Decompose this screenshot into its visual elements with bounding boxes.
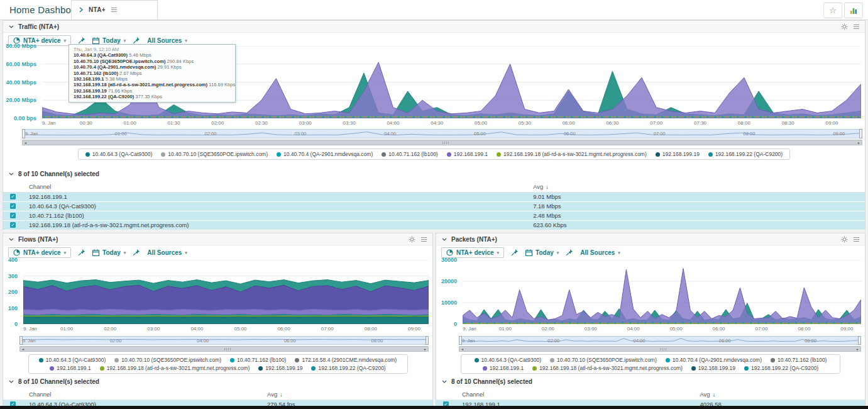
navigator-handle[interactable] — [459, 336, 462, 345]
dashboard-picker-button[interactable] — [844, 3, 863, 18]
pin-icon[interactable] — [133, 36, 140, 44]
window-edge — [0, 406, 868, 409]
panel-menu-icon[interactable] — [421, 237, 427, 242]
collapse-chevron-icon[interactable] — [9, 238, 14, 241]
date-filter[interactable]: Today▾ — [92, 37, 126, 44]
traffic-scrollbar[interactable]: ◄► — [22, 140, 862, 145]
legend-item[interactable]: 10.40.64.3 (QA-Cat9300) — [475, 357, 541, 363]
gear-icon[interactable] — [841, 236, 848, 243]
legend-label: 192.168.199.1 — [454, 151, 488, 157]
tab-menu-icon[interactable] — [111, 8, 117, 12]
date-filter[interactable]: Today▾ — [92, 249, 126, 256]
packets-panel-header[interactable]: Packets (NTA+) — [436, 233, 865, 245]
packets-chart[interactable] — [463, 260, 861, 324]
legend-item[interactable]: 10.40.71.162 (lb100) — [771, 357, 827, 363]
row-checkbox[interactable]: ✓ — [10, 194, 16, 199]
sources-filter-label: All Sources — [147, 37, 182, 44]
legend-item[interactable]: 10.40.70.4 (QA-2901.nmdevsqa.com) — [277, 151, 373, 157]
channel-column-header[interactable]: Channel — [462, 391, 484, 398]
traffic-navigator[interactable]: 9. Jan01:0002:0003:0004:0005:0006:0007:0… — [22, 129, 862, 138]
navigator-handle[interactable] — [858, 336, 861, 345]
flows-channels-header[interactable]: 8 of 10 Channel(s) selected — [9, 378, 99, 385]
flows-scrollbar[interactable]: ◄► — [19, 346, 429, 352]
gear-icon[interactable] — [409, 236, 415, 243]
favorite-button[interactable]: ☆ — [823, 3, 842, 18]
pin-icon[interactable] — [78, 36, 85, 44]
table-row[interactable]: ✓192.168.199.19.01 Mbps — [3, 193, 865, 202]
legend-label: 10.40.70.10 (SQE3650POE.ipswitch.com) — [557, 357, 657, 363]
legend-item[interactable]: 192.168.199.22 (QA-C9200) — [708, 151, 783, 157]
legend-item[interactable]: 192.168.199.18 (atl-rd-a-s-sw-3021.mgmt.… — [100, 365, 250, 371]
navigator-handle[interactable] — [19, 336, 23, 345]
sources-filter[interactable]: All Sources▾ — [147, 249, 187, 256]
flows-navigator[interactable]: 9. Jan02:0004:0006:0008:00 — [19, 336, 429, 345]
legend-item[interactable]: 192.168.199.19 — [258, 365, 302, 371]
panel-title: Packets (NTA+) — [451, 236, 497, 243]
avg-column-header[interactable]: Avg↓ — [267, 391, 283, 398]
channel-column-header[interactable]: Channel — [29, 183, 51, 190]
table-row[interactable]: ✓10.40.71.162 (lb100)2.48 Mbps — [3, 211, 865, 221]
legend-dot-icon — [114, 358, 119, 362]
legend-item[interactable]: 10.40.71.162 (lb100) — [382, 151, 437, 157]
channel-column-header[interactable]: Channel — [29, 391, 51, 398]
legend-item[interactable]: 10.40.64.3 (QA-Cat9300) — [39, 357, 106, 363]
avg-column-header[interactable]: Avg↓ — [533, 183, 549, 190]
legend-item[interactable]: 10.40.64.3 (QA-Cat9300) — [85, 151, 152, 157]
legend-item[interactable]: 10.40.70.10 (SQE3650POE.ipswitch.com) — [114, 357, 221, 363]
legend-item[interactable]: 192.168.199.1 — [50, 365, 91, 371]
legend-item[interactable]: 192.168.199.22 (QA-C9200) — [311, 365, 385, 371]
legend-item[interactable]: 192.168.199.1 — [447, 151, 488, 157]
legend-item[interactable]: 192.168.199.18 (atl-rd-a-s-sw-3021.mgmt.… — [532, 365, 683, 371]
packets-navigator[interactable]: 9. Jan02:0004:0006:0008:00 — [459, 336, 861, 345]
pin-icon[interactable] — [511, 249, 519, 256]
flows-panel-header[interactable]: Flows (NTA+) — [3, 233, 432, 245]
navigator-handle[interactable] — [22, 129, 25, 138]
table-row[interactable]: ✓10.40.64.3 (QA-Cat9300)7.18 Mbps — [3, 202, 865, 211]
sources-filter[interactable]: All Sources▾ — [580, 249, 620, 256]
legend-item[interactable]: 192.168.199.19 — [691, 365, 735, 371]
legend-item[interactable]: 10.40.70.4 (QA-2901.nmdevsqa.com) — [666, 357, 762, 363]
row-checkbox[interactable]: ✓ — [10, 222, 16, 228]
row-checkbox[interactable]: ✓ — [10, 213, 16, 218]
pin-icon[interactable] — [566, 249, 573, 256]
legend-dot-icon — [475, 358, 479, 362]
tab-nta[interactable]: NTA+ — [71, 0, 158, 20]
collapse-chevron-icon[interactable] — [9, 172, 14, 176]
collapse-chevron-icon[interactable] — [442, 238, 447, 241]
legend-item[interactable]: 10.40.71.162 (lb100) — [230, 357, 286, 363]
x-axis-label: 9. Jan — [463, 326, 476, 332]
table-row[interactable]: ✓192.168.199.18 (atl-rd-a-s-sw-3021.mgmt… — [3, 221, 865, 230]
pin-icon[interactable] — [78, 249, 85, 256]
legend-item[interactable]: 10.40.70.10 (SQE3650POE.ipswitch.com) — [161, 151, 268, 157]
navigator-handle[interactable] — [426, 336, 429, 345]
collapse-chevron-icon[interactable] — [9, 380, 14, 383]
pin-icon[interactable] — [133, 249, 140, 256]
panel-menu-icon[interactable] — [854, 237, 859, 242]
y-axis-label: 10000 — [441, 300, 457, 306]
legend-dot-icon — [532, 366, 537, 371]
legend-item[interactable]: 10.40.70.10 (SQE3650POE.ipswitch.com) — [550, 357, 657, 363]
gear-icon[interactable] — [841, 23, 848, 30]
traffic-panel-header[interactable]: Traffic (NTA+) — [3, 21, 865, 33]
avg-column-header[interactable]: Avg↓ — [700, 391, 715, 398]
packets-scrollbar[interactable]: ◄► — [459, 346, 861, 352]
legend-item[interactable]: 192.168.199.18 (atl-rd-a-s-sw-3021.mgmt.… — [497, 151, 647, 157]
date-filter[interactable]: Today▾ — [525, 249, 559, 256]
legend-item[interactable]: 172.16.58.4 (2901CME.nmdevsqa.com) — [295, 357, 397, 363]
flows-chart[interactable] — [23, 260, 429, 324]
device-filter-button[interactable]: NTA+ device▾ — [441, 247, 504, 258]
traffic-channels-header[interactable]: 8 of 10 Channel(s) selected — [9, 171, 99, 177]
row-checkbox[interactable]: ✓ — [10, 203, 16, 209]
panel-menu-icon[interactable] — [854, 25, 859, 29]
collapse-chevron-icon[interactable] — [9, 25, 14, 28]
legend-label: 192.168.199.19 — [265, 365, 302, 371]
device-filter-button[interactable]: NTA+ device▾ — [8, 247, 71, 258]
legend-item[interactable]: 192.168.199.22 (QA-C9200) — [744, 365, 818, 371]
legend-item[interactable]: 192.168.199.1 — [483, 365, 524, 371]
y-axis-label: 100 — [8, 305, 18, 311]
legend-item[interactable]: 192.168.199.19 — [656, 151, 700, 157]
navigator-handle[interactable] — [859, 129, 862, 138]
packets-channels-header[interactable]: 8 of 10 Channel(s) selected — [442, 378, 532, 385]
sources-filter[interactable]: All Sources▾ — [147, 37, 187, 44]
collapse-chevron-icon[interactable] — [442, 380, 447, 383]
